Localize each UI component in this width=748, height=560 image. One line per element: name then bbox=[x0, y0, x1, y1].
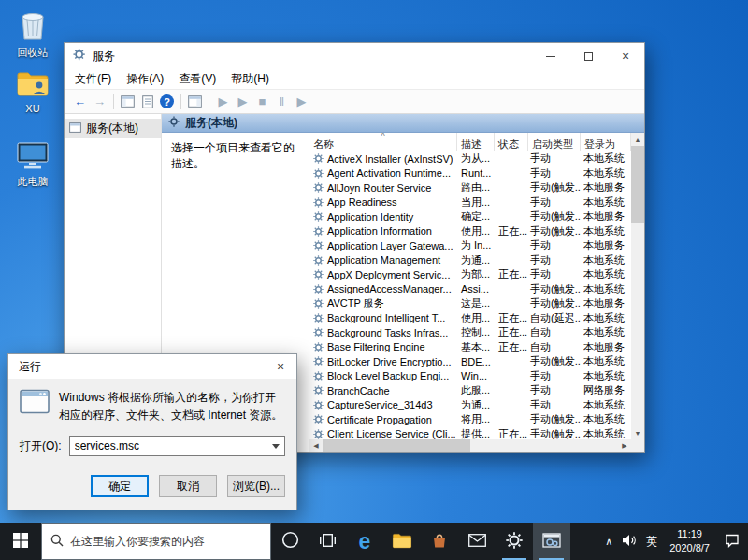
file-explorer-button[interactable] bbox=[383, 523, 421, 560]
desktop-icon-user-folder[interactable]: XU bbox=[6, 69, 60, 114]
service-row[interactable]: Application Management 为通... 手动 本地系统 bbox=[309, 253, 631, 268]
service-startup-cell: 手动 bbox=[528, 151, 581, 165]
panel-header: 服务(本地) bbox=[162, 114, 644, 133]
service-startup-cell: 手动(触发... bbox=[528, 296, 581, 310]
services-app-icon bbox=[73, 49, 87, 65]
column-header-status[interactable]: 状态 bbox=[495, 133, 528, 151]
show-console-tree-icon[interactable] bbox=[118, 93, 137, 111]
tree-item-services-local[interactable]: 服务(本地) bbox=[65, 119, 161, 138]
maximize-button[interactable] bbox=[569, 43, 607, 69]
desktop-icon-recycle-bin[interactable]: 回收站 bbox=[6, 7, 60, 58]
column-header-name[interactable]: ^名称 bbox=[309, 133, 457, 151]
combo-dropdown-icon[interactable] bbox=[267, 437, 284, 455]
vertical-scroll-thumb[interactable] bbox=[631, 146, 644, 223]
service-row[interactable]: Background Tasks Infras... 控制... 正在... 自… bbox=[309, 325, 631, 340]
close-button[interactable]: × bbox=[607, 43, 644, 69]
desktop-icon-this-pc[interactable]: 此电脑 bbox=[6, 140, 60, 187]
service-logon-cell: 本地系统 bbox=[581, 267, 631, 281]
services-taskbar-button[interactable] bbox=[533, 523, 570, 560]
service-row[interactable]: Application Identity 确定... 手动(触发... 本地服务 bbox=[309, 209, 631, 224]
service-startup-cell: 手动 bbox=[528, 166, 581, 180]
service-row[interactable]: Application Information 使用... 正在... 手动(触… bbox=[309, 224, 631, 239]
help-icon[interactable]: ? bbox=[157, 93, 177, 111]
folder-icon bbox=[16, 69, 50, 100]
service-row[interactable]: Base Filtering Engine 基本... 正在... 自动 本地服… bbox=[309, 340, 631, 355]
menu-help[interactable]: 帮助(H) bbox=[223, 71, 277, 87]
services-titlebar[interactable]: 服务 × bbox=[65, 43, 644, 69]
column-header-logon-as[interactable]: 登录为 bbox=[581, 133, 631, 151]
search-input[interactable] bbox=[70, 535, 262, 548]
desktop: 回收站 XU 此电脑 服务 × 文件(F) 操作(A) 查看( bbox=[0, 0, 748, 560]
forward-icon[interactable]: → bbox=[90, 93, 109, 111]
service-gear-icon bbox=[313, 226, 324, 237]
service-gear-icon bbox=[313, 255, 324, 266]
service-status-cell: 正在... bbox=[495, 325, 528, 339]
back-icon[interactable]: ← bbox=[70, 93, 90, 111]
ok-button[interactable]: 确定 bbox=[91, 475, 149, 497]
vertical-scrollbar[interactable]: ▲ ▼ bbox=[631, 133, 644, 439]
action-center-button[interactable] bbox=[716, 533, 748, 551]
service-startup-cell: 自动(延迟... bbox=[528, 311, 581, 325]
scroll-left-icon[interactable]: ◀ bbox=[309, 439, 323, 452]
show-action-pane-icon[interactable] bbox=[185, 93, 205, 111]
volume-button[interactable] bbox=[618, 534, 640, 550]
service-startup-cell: 手动 bbox=[528, 383, 581, 397]
export-list-icon[interactable] bbox=[137, 93, 157, 111]
run-titlebar[interactable]: 运行 × bbox=[8, 354, 296, 379]
store-button[interactable] bbox=[421, 523, 458, 560]
service-row[interactable]: Application Layer Gatewa... 为 In... 手动 本… bbox=[309, 238, 631, 253]
settings-button[interactable] bbox=[496, 523, 533, 560]
open-combobox[interactable] bbox=[69, 436, 285, 456]
service-row[interactable]: AllJoyn Router Service 路由... 手动(触发... 本地… bbox=[309, 180, 631, 195]
service-row[interactable]: BitLocker Drive Encryptio... BDE... 手动(触… bbox=[309, 354, 631, 369]
service-row[interactable]: AVCTP 服务 这是... 手动(触发... 本地服务 bbox=[309, 296, 631, 311]
service-row[interactable]: Client License Service (Cli... 提供... 正在.… bbox=[309, 427, 631, 440]
service-description-cell: Runt... bbox=[457, 167, 495, 179]
column-header-startup-type[interactable]: 启动类型 bbox=[528, 133, 581, 151]
horizontal-scrollbar[interactable]: ◀ ▶ bbox=[309, 439, 631, 452]
console-node-icon bbox=[69, 122, 81, 136]
service-row[interactable]: CaptureService_314d3 为通... 手动 本地系统 bbox=[309, 398, 631, 413]
service-row[interactable]: Background Intelligent T... 使用... 正在... … bbox=[309, 311, 631, 326]
service-row[interactable]: Agent Activation Runtime... Runt... 手动 本… bbox=[309, 166, 631, 181]
edge-button[interactable]: e bbox=[346, 523, 383, 560]
scroll-down-icon[interactable]: ▼ bbox=[631, 426, 644, 439]
start-button[interactable] bbox=[0, 523, 41, 560]
service-row[interactable]: BranchCache 此服... 手动 网络服务 bbox=[309, 383, 631, 398]
service-description-cell: 为通... bbox=[457, 253, 495, 267]
hidden-icons-button[interactable]: ∧ bbox=[599, 536, 618, 548]
run-close-button[interactable]: × bbox=[265, 354, 296, 379]
service-row[interactable]: App Readiness 当用... 手动 本地系统 bbox=[309, 195, 631, 210]
service-row[interactable]: Block Level Backup Engi... Win... 手动 本地系… bbox=[309, 369, 631, 384]
scroll-up-icon[interactable]: ▲ bbox=[631, 133, 644, 146]
horizontal-scroll-thumb[interactable] bbox=[323, 439, 470, 452]
start-service-icon[interactable]: ▶ bbox=[213, 93, 233, 111]
cancel-button[interactable]: 取消 bbox=[159, 475, 217, 497]
restart-service-icon[interactable]: ▶ bbox=[292, 93, 311, 111]
browse-button[interactable]: 浏览(B)... bbox=[227, 475, 285, 497]
column-header-description[interactable]: 描述 bbox=[457, 133, 495, 151]
stop-service-icon[interactable]: ■ bbox=[252, 93, 272, 111]
language-indicator[interactable]: 英 bbox=[640, 534, 663, 550]
resume-service-icon[interactable]: ▶ bbox=[233, 93, 252, 111]
taskbar-search[interactable] bbox=[41, 523, 271, 560]
open-input[interactable] bbox=[70, 437, 267, 455]
minimize-button[interactable] bbox=[532, 43, 569, 69]
mail-button[interactable] bbox=[458, 523, 496, 560]
list-header: ^名称 描述 状态 启动类型 登录为 bbox=[309, 133, 631, 151]
tree-item-label: 服务(本地) bbox=[86, 121, 138, 136]
service-row[interactable]: Certificate Propagation 将用... 手动(触发... 本… bbox=[309, 412, 631, 427]
service-row[interactable]: AssignedAccessManager... Assi... 手动(触发..… bbox=[309, 282, 631, 297]
service-row[interactable]: ActiveX Installer (AxInstSV) 为从... 手动 本地… bbox=[309, 151, 631, 166]
menu-file[interactable]: 文件(F) bbox=[67, 71, 119, 87]
clock[interactable]: 11:19 2020/8/7 bbox=[663, 527, 716, 555]
task-view-button[interactable] bbox=[309, 523, 346, 560]
scroll-right-icon[interactable]: ▶ bbox=[618, 439, 631, 452]
pause-service-icon[interactable]: ‖ bbox=[272, 93, 292, 111]
menu-action[interactable]: 操作(A) bbox=[119, 71, 171, 87]
menu-view[interactable]: 查看(V) bbox=[171, 71, 223, 87]
recycle-bin-icon bbox=[17, 7, 49, 44]
service-logon-cell: 本地系统 bbox=[581, 282, 631, 296]
service-row[interactable]: AppX Deployment Servic... 为部... 正在... 手动… bbox=[309, 267, 631, 282]
cortana-button[interactable] bbox=[271, 523, 309, 560]
